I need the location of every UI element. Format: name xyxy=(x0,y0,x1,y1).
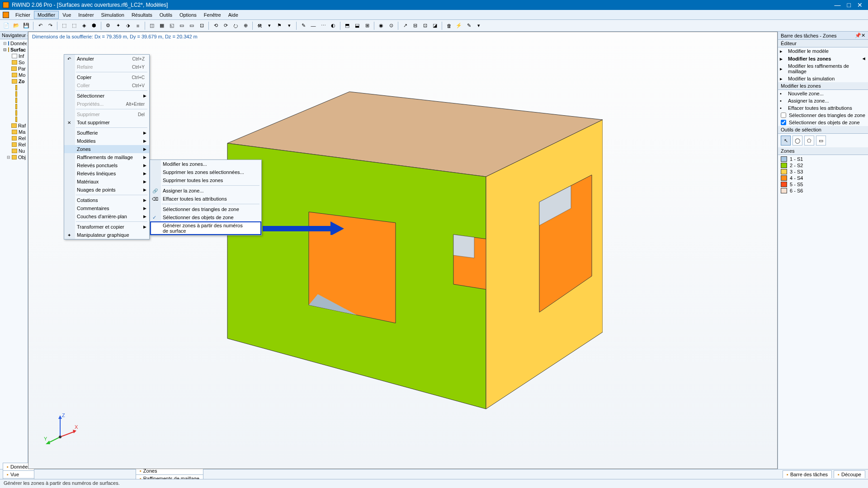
tool-button[interactable]: ▾ xyxy=(285,21,294,30)
left-tab[interactable]: ▪Vue xyxy=(3,470,34,478)
menu-item[interactable]: ✓Sélectionner des objets de zone xyxy=(150,213,261,221)
close-icon[interactable]: ✕ xyxy=(861,33,865,38)
tool-button[interactable]: ⬓ xyxy=(353,21,362,30)
menu-item[interactable]: Générer zones à partir des numéros de su… xyxy=(150,221,261,235)
menu-item[interactable]: Raffinements de maillage▶ xyxy=(64,153,149,161)
new-file-button[interactable]: 📄 xyxy=(2,21,11,30)
menu-item[interactable]: Couches d'arrière-plan▶ xyxy=(64,212,149,221)
tool-button[interactable]: ⚙ xyxy=(104,21,113,30)
select-poly-tool[interactable]: ⬠ xyxy=(804,136,814,145)
project-tree[interactable]: ⊟Données du⊟SurfacInfSoParMoZoRafMaRelRe… xyxy=(0,39,28,469)
zone-legend-item[interactable]: 6 - S6 xyxy=(781,188,865,194)
tool-button[interactable]: ⊡ xyxy=(420,21,429,30)
tool-button[interactable]: ⬢ xyxy=(90,21,99,30)
tree-item[interactable]: So xyxy=(1,59,27,66)
view-button[interactable]: ▦ xyxy=(157,21,166,30)
menu-aide[interactable]: Aide xyxy=(225,11,242,19)
save-file-button[interactable]: 💾 xyxy=(22,21,31,30)
tree-item[interactable]: Mo xyxy=(1,72,27,78)
editor-item[interactable]: ▸Modifier la simulation xyxy=(778,75,868,82)
tool-button[interactable]: ◪ xyxy=(430,21,439,30)
right-tab[interactable]: ▪Découpe xyxy=(834,470,865,478)
menu-simulation[interactable]: Simulation xyxy=(98,11,128,19)
tree-item[interactable] xyxy=(1,110,27,116)
menu-item[interactable]: Supprimer les zones sélectionnées... xyxy=(150,168,261,176)
submenu-zones[interactable]: Modifier les zones...Supprimer les zones… xyxy=(150,160,262,235)
menu-item[interactable]: Matériaux▶ xyxy=(64,178,149,186)
menu-item[interactable]: Modifier les zones... xyxy=(150,160,261,168)
menu-vue[interactable]: Vue xyxy=(59,11,75,19)
tree-item[interactable]: ⊟Données du xyxy=(1,40,27,47)
menu-item[interactable]: Sélectionner▶ xyxy=(64,92,149,100)
menu-item[interactable]: 🔗Assigner la zone... xyxy=(150,187,261,195)
menu-modifier[interactable]: Modifier xyxy=(34,11,59,19)
menu-item[interactable]: Relevés ponctuels▶ xyxy=(64,161,149,169)
right-tab[interactable]: ▪Barre des tâches xyxy=(783,470,832,478)
zone-select-checkbox[interactable]: Sélectionner des objets de zone xyxy=(778,119,868,126)
tree-item[interactable] xyxy=(1,91,27,97)
tree-item[interactable] xyxy=(1,103,27,110)
tree-item[interactable]: Raf xyxy=(1,122,27,129)
menu-item[interactable]: ↶AnnulerCtrl+Z xyxy=(64,55,149,63)
tree-item[interactable]: ⊟Obj xyxy=(1,154,27,160)
tool-button[interactable]: ⬚ xyxy=(70,21,79,30)
editor-item[interactable]: ▸Modifier les zones◂ xyxy=(778,55,868,62)
tool-button[interactable]: ⊞ xyxy=(363,21,372,30)
tool-button[interactable]: ▾ xyxy=(474,21,483,30)
tool-button[interactable]: ◐ xyxy=(329,21,338,30)
menu-insérer[interactable]: Insérer xyxy=(75,11,97,19)
tree-item[interactable] xyxy=(1,97,27,103)
orbit-button[interactable]: ⭮ xyxy=(231,21,240,30)
close-button[interactable]: ✕ xyxy=(857,1,863,9)
viewport-3d[interactable]: Dimensions de la soufflerie: Dx = 79.359… xyxy=(28,32,778,469)
tool-button[interactable]: 🗑 xyxy=(444,21,453,30)
undo-button[interactable]: ↶ xyxy=(36,21,45,30)
tool-button[interactable]: ✦ xyxy=(113,21,123,30)
maximize-button[interactable]: □ xyxy=(847,1,851,9)
tree-item[interactable]: Par xyxy=(1,66,27,72)
select-rect-tool[interactable]: ▭ xyxy=(816,136,826,145)
tool-button[interactable]: ✎ xyxy=(464,21,473,30)
select-lasso-tool[interactable]: ◯ xyxy=(793,136,802,145)
tree-item[interactable]: ⊟Surfac xyxy=(1,47,27,53)
tool-button[interactable]: ⚑ xyxy=(275,21,284,30)
tree-item[interactable]: Zo xyxy=(1,78,27,84)
tree-item[interactable]: Rel xyxy=(1,141,27,148)
modzone-item[interactable]: •Effacer toutes les attributions xyxy=(778,104,868,112)
menu-outils[interactable]: Outils xyxy=(156,11,176,19)
tool-button[interactable]: ≡ xyxy=(133,21,142,30)
menu-item[interactable]: ✕Tout supprimer xyxy=(64,118,149,127)
tool-button[interactable]: ✎ xyxy=(299,21,308,30)
rotate-button[interactable]: ⟳ xyxy=(221,21,230,30)
modzone-item[interactable]: •Assigner la zone... xyxy=(778,97,868,104)
view-button[interactable]: ▭ xyxy=(177,21,186,30)
menu-options[interactable]: Options xyxy=(176,11,200,19)
view-button[interactable]: ◫ xyxy=(147,21,156,30)
rotate-button[interactable]: ⟲ xyxy=(211,21,220,30)
tool-button[interactable]: ▾ xyxy=(265,21,274,30)
editor-item[interactable]: ▸Modifier les raffinements de maillage xyxy=(778,62,868,75)
open-file-button[interactable]: 📂 xyxy=(12,21,21,30)
redo-button[interactable]: ↷ xyxy=(46,21,55,30)
tree-item[interactable] xyxy=(1,116,27,122)
select-arrow-tool[interactable]: ↖ xyxy=(781,136,791,145)
view-button[interactable]: ▭ xyxy=(187,21,196,30)
tool-button[interactable]: ⬚ xyxy=(60,21,69,30)
minimize-button[interactable]: — xyxy=(835,1,841,9)
zone-legend-item[interactable]: 1 - S1 xyxy=(781,156,865,162)
tool-button[interactable]: ⬒ xyxy=(343,21,352,30)
menu-item[interactable]: ✦Manipulateur graphique xyxy=(64,231,149,239)
tool-button[interactable]: 🛠 xyxy=(255,21,264,30)
menu-item[interactable]: Soufflerie▶ xyxy=(64,129,149,137)
menu-item[interactable]: Cotations▶ xyxy=(64,196,149,204)
tree-item[interactable]: Inf xyxy=(1,53,27,59)
tool-button[interactable]: ⚡ xyxy=(454,21,463,30)
fit-button[interactable]: ⊕ xyxy=(241,21,250,30)
tree-item[interactable]: Ma xyxy=(1,129,27,135)
menu-item[interactable]: Modèles▶ xyxy=(64,137,149,145)
view-button[interactable]: ◱ xyxy=(167,21,176,30)
zone-legend-item[interactable]: 5 - S5 xyxy=(781,181,865,188)
menu-item[interactable]: Transformer et copier▶ xyxy=(64,223,149,231)
modzone-item[interactable]: •Nouvelle zone... xyxy=(778,90,868,97)
tool-button[interactable]: ◈ xyxy=(80,21,89,30)
